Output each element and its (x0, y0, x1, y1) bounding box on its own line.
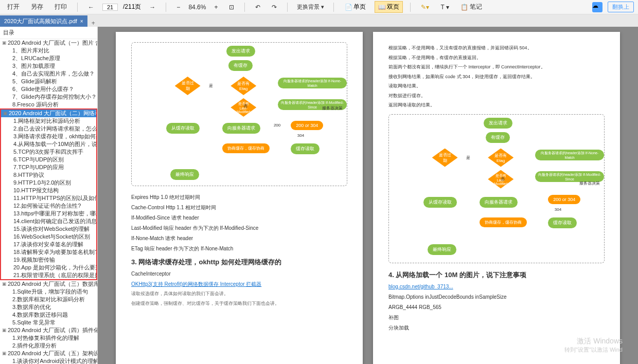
text-argb: ARGB_4444 RGB_565 (388, 303, 605, 311)
main-toolbar: 打开 另存 打印 ← /211页 → − 84.6% + ⊡ ↶ ↷ 更换背景 … (0, 0, 638, 14)
fc-hascache: 有缓存 (228, 60, 253, 71)
text-note2: 创建缓存策略，强制缓存、对比缓存等，关于缓存策略我们下面也会讲。 (131, 300, 347, 307)
text-cachecontrol: Cache-Control Http 1.1 相对过期时间 (131, 204, 347, 211)
outline-item[interactable]: 6.TCP与UDP的区别 (1, 156, 96, 163)
blog-link[interactable]: blog.csdn.net/github_3713... (388, 283, 605, 290)
outline-section[interactable]: 2020 Android 大厂面试（三）数据库 含… (0, 280, 97, 288)
text-bu: 补图 (388, 314, 605, 321)
outline-item[interactable]: 1.对热修复和插件化的理解 (0, 334, 97, 342)
outline-item[interactable]: 6、Glide使用什么缓存？ (0, 85, 97, 93)
flowchart-left: 发出请求 有缓存 是否过期 是否有Etag 向服务器请求的header添加 If… (131, 42, 347, 186)
document-viewport[interactable]: 发出请求 有缓存 是否过期 是否有Etag 向服务器请求的header添加 If… (98, 27, 638, 364)
outline-item[interactable]: 9.HTTP1.0与2.0的区别 (1, 179, 96, 187)
outline-item[interactable]: 10.HTTP报文结构 (1, 187, 96, 194)
outline-sidebar[interactable]: 目录 2020 Android 大厂面试（一）图片 含…1、图片库对比2、LRU… (0, 27, 98, 364)
page-left: 发出请求 有缓存 是否过期 是否有Etag 向服务器请求的header添加 If… (116, 32, 363, 364)
outline-item[interactable]: 5.Sqlite 常见异常 (0, 319, 97, 326)
next-page-button[interactable]: → (146, 3, 158, 12)
zoom-out-button[interactable]: − (173, 3, 183, 12)
add-tab-button[interactable]: + (87, 20, 99, 27)
text-p2: 根据策略，不使用网络，有缓存的直接返回。 (388, 54, 605, 62)
outline-item[interactable]: 7.TCP与UDP的应用 (1, 163, 96, 171)
page-total-label: /211页 (123, 3, 141, 11)
outline-item[interactable]: 5.TCP的3次握手和四次挥手 (1, 148, 96, 156)
outline-section[interactable]: 2020 Android 大厂面试（四）插件化、模… (0, 326, 97, 334)
fc-etag: 是否有Etag (231, 77, 256, 95)
outline-item[interactable]: 14.client如何确定自己发送的消息被s… (1, 217, 96, 225)
outline-section[interactable]: 2020 Android 大厂面试（一）图片 含… (0, 39, 97, 47)
fc-cacheread: 缓存读取 (291, 143, 320, 154)
outline-section[interactable]: 2020 Android 大厂面试（二）网络和安… (1, 110, 96, 117)
outline-item[interactable]: 16.WebSocket与Socket的区别 (1, 233, 96, 241)
fc-fromcache: 从缓存读取 (166, 123, 200, 134)
single-page-button[interactable]: 📄单页 (341, 1, 369, 13)
fc-reqetag: 协商缓存，缓存协商 (222, 143, 270, 153)
okhttp-link[interactable]: OKHttp3(支持 Retrofit)的网络数据缓存 Interceptor … (131, 280, 347, 288)
fit-button[interactable]: ⊡ (226, 3, 237, 12)
page-right: 根据策略，不使用网络，又没有缓存的直接报错，并返回错误码 504。 根据策略，不… (373, 32, 620, 364)
heading-3: 3. 网络请求缓存处理，okhttp 如何处理网络缓存的 (131, 258, 347, 267)
fc-200-label: 200 (274, 123, 280, 128)
outline-item[interactable]: 8.HTTP协议 (1, 171, 96, 179)
outline-item[interactable]: 5、Glide源码解析 (0, 78, 97, 85)
outline-item[interactable]: 21.权限管理系统（底层的权限是如何… (1, 271, 96, 279)
outline-item[interactable]: 1.谈谈你对Android设计模式的理解 (0, 357, 97, 364)
open-button[interactable]: 打开 (4, 2, 23, 12)
outline-item[interactable]: 1、图片库对比 (0, 47, 97, 54)
outline-item[interactable]: 1.Sqlite升级，增加字段的语句 (0, 288, 97, 296)
text-tool[interactable]: T ▾ (437, 3, 452, 12)
background-select[interactable]: 更换背景 ▾ (295, 3, 326, 11)
text-cacheint: CacheInterceptor (131, 270, 347, 278)
print-button[interactable]: 打印 (51, 2, 70, 12)
outline-item[interactable]: 12.如何验证证书的合法性? (1, 202, 96, 210)
fc-304-label: 304 (297, 133, 304, 138)
outline-item[interactable]: 7、Glide内存缓存如何控制大小？ (0, 93, 97, 101)
text-p5: 读取网络结果。 (388, 83, 605, 90)
text-p4: 接收到网络结果，如果响应 code 式 304，则使用缓存，返回缓存结果。 (388, 74, 605, 81)
zoom-in-button[interactable]: + (211, 3, 221, 12)
outline-item[interactable]: 13.https中哪里用了对称加密，哪里用… (1, 210, 96, 217)
outline-item[interactable]: 4.数据库数据迁移问题 (0, 311, 97, 319)
outline-item[interactable]: 18.请解释安卓为啥要加签名机制? (1, 248, 96, 256)
outline-item[interactable]: 3.数据库的优化 (0, 303, 97, 311)
fc-304: 200 or 304 (291, 121, 323, 130)
outline-item[interactable]: 19.视频加密传输 (1, 256, 96, 264)
highlight-tool[interactable]: ✎▾ (418, 3, 432, 12)
outline-item[interactable]: 15.谈谈你对WebSocket的理解 (1, 225, 96, 233)
outline-item[interactable]: 2.自己去设计网络请求框架，怎么做? (1, 125, 96, 133)
text-p6: 对数据进行缓存。 (388, 93, 605, 100)
outline-item[interactable]: 8.Fresco 源码分析 (0, 101, 97, 108)
text-expires: Expires Http 1.0 绝对过期时间 (131, 193, 347, 201)
rotate-right-button[interactable]: ↷ (269, 3, 280, 12)
saveas-button[interactable]: 另存 (28, 2, 46, 12)
text-ifnone: If-None-Match 请求 header (131, 234, 347, 242)
outline-item[interactable]: 11.HTTP与HTTPS的区别以及如何实现… (1, 194, 96, 202)
document-tab[interactable]: 2020大厂面试高频知识点.pdf × (0, 15, 87, 27)
text-ifmod: If-Modified-Since 请求 header (131, 214, 347, 222)
sync-button[interactable]: 翻换上 (608, 2, 634, 12)
text-etag: ETag 响应 header 作为下次的 If-None-Match (131, 245, 347, 252)
tab-close-icon[interactable]: × (80, 19, 83, 24)
outline-item[interactable]: 2、LRUCache原理 (0, 54, 97, 62)
tab-title: 2020大厂面试高频知识点.pdf (4, 17, 77, 25)
rotate-left-button[interactable]: ↶ (252, 3, 263, 12)
prev-page-button[interactable]: ← (85, 3, 97, 12)
outline-item[interactable]: 4、自己去实现图片库，怎么做？ (0, 70, 97, 78)
outline-section[interactable]: 2020 Android 大厂面试（五）架构设计… (0, 350, 97, 357)
outline-item[interactable]: 1.网络框架对比和源码分析 (1, 117, 96, 125)
outline-item[interactable]: 3、图片加载原理 (0, 62, 97, 70)
outline-item[interactable]: 4.从网络加载一个10M的图片，说下注… (1, 140, 96, 148)
sidebar-title: 目录 (0, 27, 97, 39)
outline-item[interactable]: 2.插件化原理分析 (0, 342, 97, 350)
tab-bar: 2020大厂面试高频知识点.pdf × + (0, 14, 638, 27)
outline-item[interactable]: 17.谈谈你对安卓签名的理解 (1, 241, 96, 248)
page-number-input[interactable] (102, 4, 118, 11)
note-button[interactable]: 📋笔记 (457, 2, 485, 12)
outline-item[interactable]: 3.网络请求缓存处理，okhttp如何处理… (1, 133, 96, 140)
double-page-button[interactable]: 📖双页 (375, 1, 403, 13)
fc-header1: 向服务器请求的header添加 If-None-Match (278, 78, 347, 88)
fc-server-decision-label: 服务器决策 (322, 105, 343, 111)
outline-item[interactable]: 20.App 是如何沙箱化，为什么要这么… (1, 264, 96, 271)
outline-item[interactable]: 2.数据库框架对比和源码分析 (0, 296, 97, 303)
cloud-icon[interactable]: ☁ (592, 2, 602, 12)
